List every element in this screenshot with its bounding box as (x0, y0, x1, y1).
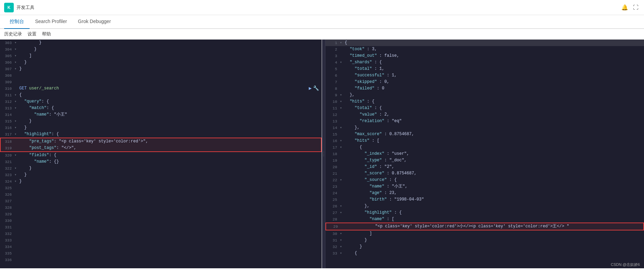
fold-toggle[interactable] (14, 237, 19, 237)
fold-toggle[interactable] (341, 223, 345, 224)
right-code-area[interactable]: 1▾{2 "took" : 3,3 "timed_out" : false,4▾… (325, 40, 644, 268)
fold-toggle[interactable]: ▾ (340, 230, 345, 237)
fold-toggle[interactable] (14, 244, 19, 244)
fold-toggle[interactable] (340, 196, 345, 197)
fold-toggle[interactable] (14, 85, 19, 86)
line-number: 303 (1, 40, 14, 46)
fold-toggle[interactable]: ▾ (14, 152, 19, 159)
fold-toggle[interactable]: ▾ (14, 172, 19, 178)
fold-toggle[interactable]: ▾ (340, 40, 345, 46)
panel-divider[interactable]: ⋮ (322, 40, 325, 268)
line-number: 3 (327, 53, 340, 59)
fold-toggle[interactable]: ▾ (340, 125, 345, 131)
wrench-icon[interactable]: 🔧 (313, 85, 319, 91)
fold-toggle[interactable]: ▾ (340, 209, 345, 216)
fold-toggle[interactable] (340, 53, 345, 53)
line-number: 321 (1, 159, 14, 165)
history-button[interactable]: 历史记录 (4, 31, 22, 37)
fold-toggle[interactable] (14, 204, 19, 205)
bell-icon[interactable]: 🔔 (621, 3, 629, 12)
fold-toggle[interactable] (14, 111, 19, 112)
fold-toggle[interactable]: ▾ (14, 53, 19, 59)
expand-icon[interactable]: ⛶ (632, 3, 640, 12)
line-number: 317 (1, 131, 14, 138)
top-bar-left: K 开发工具 (4, 3, 34, 12)
run-icon[interactable]: ▶ (309, 85, 312, 91)
fold-toggle[interactable] (340, 170, 345, 171)
fold-toggle[interactable] (340, 66, 345, 66)
fold-toggle[interactable] (340, 72, 345, 73)
fold-toggle[interactable]: ▾ (340, 59, 345, 66)
table-row: 13 "relation" : "eq" (325, 118, 644, 125)
fold-toggle[interactable]: ▾ (340, 98, 345, 105)
fold-toggle[interactable]: ▾ (340, 177, 345, 183)
fold-toggle[interactable] (14, 138, 19, 139)
fold-toggle[interactable] (340, 46, 345, 46)
tab-grok-debugger[interactable]: Grok Debugger (73, 15, 117, 29)
tab-console[interactable]: 控制台 (4, 15, 30, 29)
fold-toggle[interactable] (14, 250, 19, 250)
line-number: 24 (327, 190, 340, 196)
fold-toggle[interactable]: ▾ (14, 92, 19, 98)
fold-toggle[interactable]: ▾ (340, 105, 345, 111)
fold-toggle[interactable] (14, 79, 19, 79)
fold-toggle[interactable]: ▾ (14, 125, 19, 131)
fold-toggle[interactable] (14, 72, 19, 73)
fold-toggle[interactable] (14, 211, 19, 211)
fold-toggle[interactable]: ▾ (14, 118, 19, 125)
fold-toggle[interactable] (340, 131, 345, 131)
fold-toggle[interactable] (340, 183, 345, 184)
fold-toggle[interactable] (340, 216, 345, 216)
fold-toggle[interactable]: ▾ (340, 237, 345, 244)
fold-toggle[interactable]: ▾ (340, 250, 345, 257)
line-number: 12 (327, 111, 340, 118)
table-row: 17▾ { (325, 144, 644, 151)
help-button[interactable]: 帮助 (42, 31, 51, 37)
fold-toggle[interactable] (14, 198, 19, 198)
fold-toggle[interactable]: ▾ (340, 92, 345, 98)
fold-toggle[interactable]: ▾ (14, 59, 19, 66)
fold-toggle[interactable] (14, 224, 19, 224)
fold-toggle[interactable] (340, 118, 345, 118)
fold-toggle[interactable] (340, 151, 345, 151)
left-code-area[interactable]: 303▾ }304▾ }305▾ ]306▾ }307▾}308 309 310… (0, 40, 322, 268)
line-number: 320 (1, 152, 14, 159)
fold-toggle[interactable]: ▾ (340, 244, 345, 250)
fold-toggle[interactable] (14, 159, 19, 159)
fold-toggle[interactable]: ▾ (14, 105, 19, 111)
fold-toggle[interactable] (340, 190, 345, 190)
fold-toggle[interactable]: ▾ (14, 178, 19, 185)
fold-toggle[interactable] (340, 79, 345, 79)
fold-toggle[interactable] (14, 191, 19, 192)
fold-toggle[interactable]: ▾ (340, 138, 345, 144)
line-number: 318 (1, 138, 14, 145)
fold-toggle[interactable]: ▾ (14, 131, 19, 138)
table-row: 313▾ "match": { (0, 105, 322, 111)
settings-button[interactable]: 设置 (28, 31, 36, 37)
line-number: 32 (327, 244, 340, 250)
fold-toggle[interactable] (340, 164, 345, 164)
fold-toggle[interactable] (340, 111, 345, 112)
table-row: 303▾ } (0, 40, 322, 46)
fold-toggle[interactable] (340, 157, 345, 158)
line-number: 332 (1, 230, 14, 237)
fold-toggle[interactable]: ▾ (14, 40, 19, 46)
fold-toggle[interactable]: ▾ (14, 46, 19, 53)
table-row: 329 (0, 211, 322, 217)
fold-toggle[interactable]: ▾ (340, 203, 345, 209)
fold-toggle[interactable] (14, 257, 19, 257)
line-number: 330 (1, 217, 14, 224)
fold-toggle[interactable]: ▾ (14, 66, 19, 72)
line-number: 4 (327, 59, 340, 66)
fold-toggle[interactable] (340, 85, 345, 86)
fold-toggle[interactable] (14, 230, 19, 231)
line-number: 314 (1, 111, 14, 118)
fold-toggle[interactable]: ▾ (14, 165, 19, 172)
fold-toggle[interactable] (14, 145, 19, 145)
fold-toggle[interactable]: ▾ (14, 98, 19, 105)
tab-search-profiler[interactable]: Search Profiler (30, 15, 73, 29)
line-number: 16 (327, 138, 340, 144)
fold-toggle[interactable]: ▾ (340, 144, 345, 151)
fold-toggle[interactable] (14, 217, 19, 218)
fold-toggle[interactable] (14, 185, 19, 185)
